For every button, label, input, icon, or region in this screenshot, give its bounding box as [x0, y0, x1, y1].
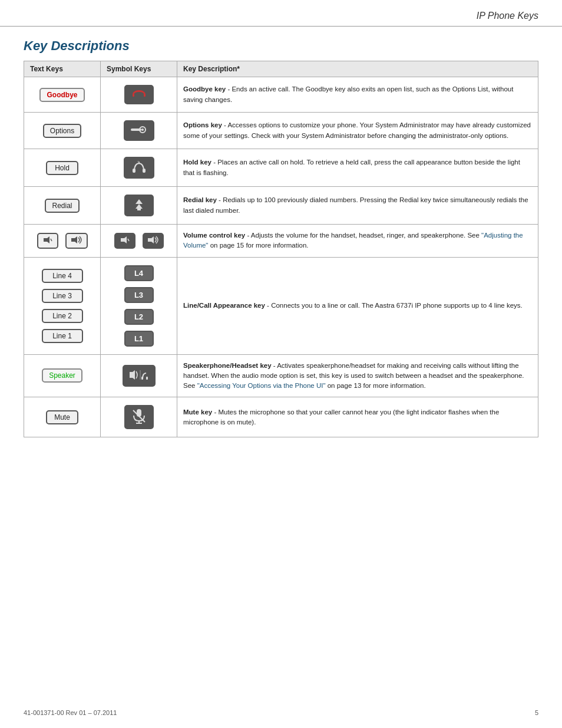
line-symbol-keys: L4 L3 L2 L1 — [107, 263, 171, 348]
l1-symbol-key: L1 — [124, 331, 154, 347]
table-row: Hold ♩ Hold key - P — [24, 149, 538, 187]
table-row: Goodbye Goodbye key - Ends an active cal… — [24, 77, 538, 113]
volume-down-symbol-key — [114, 233, 135, 249]
desc-text: - Accesses options to customize your pho… — [183, 121, 531, 139]
svg-marker-9 — [135, 199, 143, 204]
symbol-key-cell — [101, 77, 177, 113]
l4-symbol-key: L4 — [124, 265, 154, 281]
text-key-cell: Goodbye — [24, 77, 101, 113]
volume-up-sym-icon — [147, 236, 160, 244]
desc-bold-text: Line/Call Appearance key — [183, 302, 265, 309]
svg-point-4 — [141, 129, 144, 131]
symbol-key-cell — [101, 225, 177, 258]
redial-icon — [131, 198, 147, 211]
text-key-cell: Speaker — [24, 354, 101, 397]
goodbye-symbol-key — [124, 85, 154, 104]
desc-cell: Options key - Accesses options to custom… — [177, 113, 538, 149]
svg-marker-14 — [71, 236, 77, 243]
desc-cell: Mute key - Mutes the microphone so that … — [177, 397, 538, 437]
symbol-key-cell: L4 L3 L2 L1 — [101, 257, 177, 354]
volume-symbol-keys — [107, 231, 171, 251]
volume-up-text-key — [65, 233, 88, 249]
volume-down-sym-icon — [120, 236, 130, 244]
symbol-key-cell — [101, 397, 177, 437]
redial-text-key: Redial — [45, 199, 79, 213]
line1-text-key: Line 1 — [42, 329, 83, 343]
svg-rect-5 — [133, 169, 135, 173]
hold-text-key: Hold — [46, 161, 78, 175]
header-title: IP Phone Keys — [477, 11, 538, 21]
svg-marker-10 — [135, 204, 143, 209]
options-text-key: Options — [43, 124, 81, 138]
text-key-cell: Redial — [24, 187, 101, 225]
l3-symbol-key: L3 — [124, 287, 154, 303]
desc-text: - Ends an active call. The Goodbye key a… — [183, 85, 513, 103]
text-key-cell: Options — [24, 113, 101, 149]
page-title: Key Descriptions — [24, 38, 538, 54]
table-row: Options Options key - Accesses options t… — [24, 113, 538, 149]
svg-marker-15 — [121, 236, 127, 243]
phone-end-icon — [131, 88, 147, 99]
key-descriptions-table: Text Keys Symbol Keys Key Description* G… — [24, 61, 538, 437]
text-key-cell: Line 4 Line 3 Line 2 Line 1 — [24, 257, 101, 354]
desc-cell: Hold key - Places an active call on hold… — [177, 149, 538, 187]
svg-line-16 — [128, 239, 129, 241]
options-icon — [130, 124, 148, 136]
desc-bold-text: Mute key — [183, 409, 212, 416]
desc-cell: Volume control key - Adjusts the volume … — [177, 225, 538, 258]
line3-text-key: Line 3 — [42, 289, 83, 303]
table-row: Redial Redial key - Redials up to 100 pr… — [24, 187, 538, 225]
text-key-cell: Mute — [24, 397, 101, 437]
table-row: Volume control key - Adjusts the volume … — [24, 225, 538, 258]
svg-line-13 — [51, 239, 52, 241]
svg-rect-20 — [141, 377, 143, 380]
main-content: Key Descriptions Text Keys Symbol Keys K… — [0, 32, 562, 461]
desc-cell: Speakerphone/Headset key - Activates spe… — [177, 354, 538, 397]
desc-cell: Redial key - Redials up to 100 previousl… — [177, 187, 538, 225]
svg-marker-12 — [44, 236, 49, 243]
volume-down-text-key — [37, 233, 58, 249]
symbol-key-cell — [101, 354, 177, 397]
mute-symbol-key — [124, 405, 154, 429]
desc-text: - Places an active call on hold. To retr… — [183, 159, 520, 176]
volume-down-icon — [42, 236, 53, 244]
desc-bold-text: Hold key — [183, 159, 211, 166]
line-text-keys: Line 4 Line 3 Line 2 Line 1 — [30, 267, 94, 345]
hold-icon: ♩ — [130, 160, 148, 173]
volume-up-symbol-key — [143, 233, 164, 249]
options-symbol-key — [124, 120, 154, 141]
speaker-headset-icon — [128, 368, 150, 381]
desc-text: - Adjusts the volume for the handset, he… — [245, 232, 481, 239]
desc-bold-text: Volume control key — [183, 232, 245, 239]
desc-cell: Goodbye key - Ends an active call. The G… — [177, 77, 538, 113]
col-key-desc: Key Description* — [177, 61, 538, 77]
line2-text-key: Line 2 — [42, 309, 83, 323]
hold-symbol-key: ♩ — [124, 157, 154, 179]
volume-text-keys — [30, 231, 94, 251]
redial-symbol-key — [124, 195, 154, 216]
line4-text-key: Line 4 — [42, 269, 83, 283]
svg-rect-0 — [133, 94, 134, 97]
symbol-key-cell — [101, 113, 177, 149]
svg-rect-21 — [146, 377, 148, 380]
goodbye-text-key: Goodbye — [39, 88, 84, 102]
svg-rect-1 — [144, 94, 146, 97]
symbol-key-cell — [101, 187, 177, 225]
desc-bold-text: Speakerphone/Headset key — [183, 362, 272, 369]
footer-left: 41-001371-00 Rev 01 – 07.2011 — [24, 709, 117, 716]
col-symbol-keys: Symbol Keys — [101, 61, 177, 77]
table-row: Speaker — [24, 354, 538, 397]
desc-link: "Accessing Your Options via the Phone UI… — [197, 382, 326, 389]
svg-marker-18 — [130, 370, 135, 380]
symbol-key-cell: ♩ — [101, 149, 177, 187]
volume-up-icon — [70, 236, 83, 244]
desc-text: - Mutes the microphone so that your call… — [183, 409, 499, 426]
svg-text:♩: ♩ — [137, 160, 138, 163]
footer-right: 5 — [535, 709, 538, 716]
desc-page: on page 15 for more information. — [208, 242, 308, 249]
desc-bold-text: Options key — [183, 121, 222, 129]
svg-rect-6 — [143, 169, 146, 173]
page-footer: 41-001371-00 Rev 01 – 07.2011 5 — [24, 709, 538, 716]
l2-symbol-key: L2 — [124, 309, 154, 325]
mute-text-key: Mute — [46, 410, 78, 424]
